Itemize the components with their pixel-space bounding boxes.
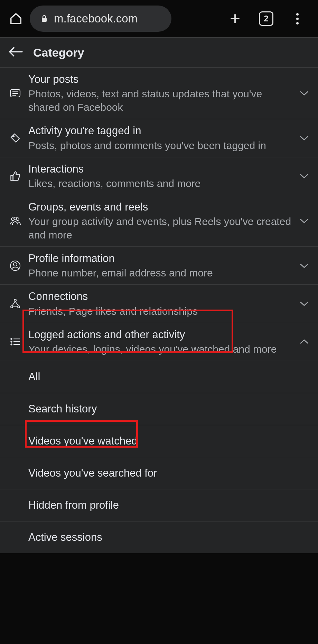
category-title: Logged actions and other activity (28, 328, 294, 342)
category-subtitle: Your devices, logins, videos you've watc… (28, 342, 294, 356)
category-title: Interactions (28, 162, 294, 176)
arrow-left-icon (8, 46, 24, 57)
home-button[interactable] (8, 11, 24, 26)
profile-icon (7, 260, 24, 271)
url-text: m.facebook.com (54, 12, 138, 25)
subitem-hidden-from-profile[interactable]: Hidden from profile (0, 489, 318, 521)
like-icon (7, 171, 24, 181)
tabs-count-badge: 2 (259, 11, 273, 26)
category-subtitle: Likes, reactions, comments and more (28, 177, 294, 190)
category-title: Activity you're tagged in (28, 124, 294, 138)
category-tagged-activity[interactable]: Activity you're tagged in Posts, photos … (0, 119, 318, 157)
svg-point-8 (13, 136, 14, 137)
category-title: Connections (28, 290, 294, 303)
list-icon (7, 338, 24, 346)
tabs-button[interactable]: 2 (259, 11, 274, 26)
svg-point-14 (13, 263, 17, 266)
svg-point-25 (11, 344, 12, 345)
home-icon (9, 12, 22, 25)
subitem-label: Videos you've watched (28, 435, 138, 447)
chevron-down-icon (297, 90, 311, 96)
connections-icon (7, 299, 24, 309)
subitem-all[interactable]: All (0, 361, 318, 393)
svg-line-18 (12, 301, 15, 306)
kebab-icon (296, 13, 299, 25)
category-subtitle: Photos, videos, text and status updates … (28, 87, 294, 114)
category-list: Your posts Photos, videos, text and stat… (0, 68, 318, 553)
svg-rect-9 (11, 176, 13, 180)
category-interactions[interactable]: Interactions Likes, reactions, comments … (0, 157, 318, 195)
svg-rect-0 (42, 18, 47, 22)
tag-icon (7, 133, 24, 143)
chevron-down-icon (297, 218, 311, 224)
subitem-active-sessions[interactable]: Active sessions (0, 521, 318, 553)
plus-icon (228, 12, 242, 25)
svg-point-21 (11, 339, 12, 340)
chevron-down-icon (297, 135, 311, 141)
category-title: Profile information (28, 252, 294, 265)
menu-button[interactable] (290, 11, 305, 26)
chevron-down-icon (297, 173, 311, 179)
svg-line-19 (15, 301, 18, 306)
subitem-label: Videos you've searched for (28, 467, 157, 479)
category-your-posts[interactable]: Your posts Photos, videos, text and stat… (0, 68, 318, 119)
category-logged-actions[interactable]: Logged actions and other activity Your d… (0, 323, 318, 361)
page-title: Category (33, 46, 84, 59)
page-header: Category (0, 38, 318, 68)
subitem-videos-searched[interactable]: Videos you've searched for (0, 457, 318, 489)
groups-icon (7, 216, 24, 225)
category-connections[interactable]: Connections Friends, Page likes and rela… (0, 285, 318, 323)
browser-toolbar: m.facebook.com 2 (0, 0, 318, 37)
subitem-label: Search history (28, 403, 97, 415)
category-title: Your posts (28, 72, 294, 86)
subitem-label: Hidden from profile (28, 499, 119, 511)
category-subtitle: Phone number, email address and more (28, 266, 294, 280)
lock-icon (40, 14, 48, 23)
subitem-search-history[interactable]: Search history (0, 393, 318, 425)
subitem-label: All (28, 371, 40, 383)
chevron-down-icon (297, 301, 311, 306)
back-button[interactable] (8, 46, 24, 59)
chevron-up-icon (297, 339, 311, 344)
category-title: Groups, events and reels (28, 200, 294, 214)
category-subtitle: Posts, photos and comments you've been t… (28, 139, 294, 152)
svg-point-17 (18, 306, 20, 308)
posts-icon (7, 89, 24, 98)
subitem-label: Active sessions (28, 531, 102, 544)
category-subtitle: Your group activity and events, plus Ree… (28, 215, 294, 242)
category-groups-events-reels[interactable]: Groups, events and reels Your group acti… (0, 195, 318, 247)
svg-point-15 (14, 299, 16, 301)
svg-point-23 (11, 341, 12, 342)
svg-point-16 (11, 306, 13, 308)
subitem-videos-watched[interactable]: Videos you've watched (0, 425, 318, 457)
category-profile-information[interactable]: Profile information Phone number, email … (0, 247, 318, 285)
category-subtitle: Friends, Page likes and relationships (28, 304, 294, 318)
new-tab-button[interactable] (227, 11, 243, 26)
address-bar[interactable]: m.facebook.com (30, 6, 171, 32)
chevron-down-icon (297, 263, 311, 269)
